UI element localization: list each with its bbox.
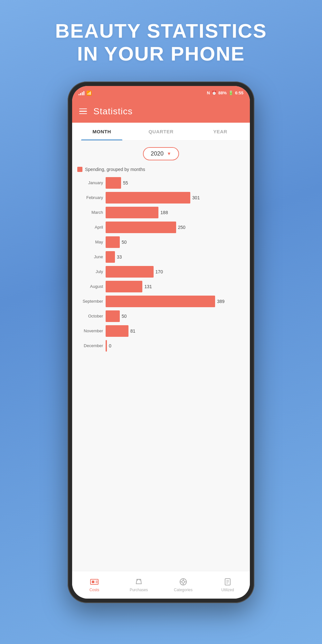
legend-label: Spending, grouped by months: [85, 167, 145, 172]
month-label: February: [77, 195, 103, 200]
nav-utilized-label: Utilized: [221, 588, 234, 592]
bottom-nav: Costs Purchases Categories: [72, 571, 250, 599]
tab-quarter[interactable]: QUARTER: [131, 123, 191, 140]
wifi-icon: 📶: [86, 90, 92, 96]
year-selector[interactable]: 2020 ▼: [143, 147, 179, 160]
svg-rect-1: [92, 581, 94, 583]
bar: [106, 177, 121, 189]
bar: [106, 207, 158, 218]
bar: [106, 251, 115, 263]
chart-row: April250: [77, 222, 245, 233]
nfc-icon: N: [207, 90, 210, 95]
chevron-down-icon: ▼: [167, 151, 171, 156]
bar-value: 50: [122, 240, 127, 245]
hero-title: BEAUTY STATISTICS IN YOUR PHONE: [55, 19, 267, 65]
month-label: June: [77, 254, 103, 259]
chart-row: July170: [77, 266, 245, 278]
legend-color-swatch: [77, 167, 82, 172]
chart-row: December0: [77, 340, 245, 352]
chart-row: March188: [77, 207, 245, 218]
bar: [106, 310, 120, 322]
app-header: Statistics: [72, 100, 250, 123]
month-label: April: [77, 225, 103, 230]
month-label: January: [77, 180, 103, 185]
bar-value: 55: [123, 180, 128, 185]
bar-value: 301: [192, 195, 200, 200]
chart-legend: Spending, grouped by months: [77, 167, 245, 172]
bar: [106, 325, 128, 337]
phone-shell: 📶 N ⏰ 88% 🔋 6:55 Statistics MONTH QUART: [68, 81, 254, 603]
bar-value: 188: [160, 210, 168, 215]
tab-month[interactable]: MONTH: [72, 123, 131, 140]
year-button[interactable]: 2020 ▼: [143, 147, 179, 160]
phone-screen: 📶 N ⏰ 88% 🔋 6:55 Statistics MONTH QUART: [72, 86, 250, 599]
chart-row: August131: [77, 281, 245, 292]
bar-value: 50: [122, 314, 127, 319]
status-left: 📶: [79, 90, 92, 96]
bar-wrapper: 250: [106, 222, 245, 233]
bar: [106, 281, 142, 292]
costs-icon: [90, 577, 99, 586]
month-label: May: [77, 240, 103, 244]
month-label: July: [77, 269, 103, 274]
signal-icon: [79, 91, 84, 95]
nav-utilized[interactable]: Utilized: [205, 577, 250, 592]
bar-value: 81: [130, 328, 136, 334]
utilized-icon: [223, 577, 232, 586]
chart-rows: January55February301March188April250May5…: [77, 177, 245, 352]
month-label: August: [77, 284, 103, 289]
tabs-bar: MONTH QUARTER YEAR: [72, 123, 250, 141]
tab-year[interactable]: YEAR: [191, 123, 250, 140]
chart-row: June33: [77, 251, 245, 263]
bar: [106, 296, 215, 307]
bar-value: 33: [117, 254, 122, 260]
bar-wrapper: 0: [106, 340, 245, 352]
bar: [106, 340, 107, 352]
nav-categories[interactable]: Categories: [161, 577, 205, 592]
nav-categories-label: Categories: [174, 588, 193, 592]
bar-wrapper: 131: [106, 281, 245, 292]
month-label: March: [77, 210, 103, 215]
bar-wrapper: 50: [106, 236, 245, 248]
bar-value: 389: [217, 299, 224, 304]
svg-point-6: [182, 581, 185, 583]
bar-value: 250: [178, 225, 185, 230]
bar-wrapper: 389: [106, 296, 245, 307]
nav-costs[interactable]: Costs: [72, 577, 117, 592]
status-right: N ⏰ 88% 🔋 6:55: [207, 90, 243, 95]
app-title: Statistics: [93, 106, 133, 117]
bar-wrapper: 188: [106, 207, 245, 218]
nav-purchases[interactable]: Purchases: [117, 577, 161, 592]
bar-wrapper: 33: [106, 251, 245, 263]
bar: [106, 236, 120, 248]
month-label: December: [77, 343, 103, 348]
categories-icon: [179, 577, 188, 586]
bar-wrapper: 55: [106, 177, 245, 189]
bar-wrapper: 50: [106, 310, 245, 322]
month-label: September: [77, 299, 103, 304]
chart-row: November81: [77, 325, 245, 337]
year-value: 2020: [151, 150, 164, 157]
chart-row: September389: [77, 296, 245, 307]
content-area: 2020 ▼ Spending, grouped by months Janua…: [72, 141, 250, 571]
bar: [106, 192, 190, 204]
chart-row: May50: [77, 236, 245, 248]
bar-value: 131: [144, 284, 152, 289]
battery-icon: 🔋: [228, 90, 233, 95]
battery-percent: 88%: [218, 90, 227, 95]
bar-wrapper: 81: [106, 325, 245, 337]
chart-container: Spending, grouped by months January55Feb…: [72, 167, 250, 360]
nav-costs-label: Costs: [90, 588, 99, 592]
bar-value: 170: [156, 269, 163, 274]
bar: [106, 266, 154, 278]
month-label: November: [77, 328, 103, 333]
month-label: October: [77, 314, 103, 318]
bar-wrapper: 301: [106, 192, 245, 204]
alarm-icon: ⏰: [212, 90, 217, 95]
nav-purchases-label: Purchases: [130, 588, 148, 592]
hamburger-menu[interactable]: [79, 109, 87, 114]
bar-wrapper: 170: [106, 266, 245, 278]
chart-row: January55: [77, 177, 245, 189]
status-bar: 📶 N ⏰ 88% 🔋 6:55: [72, 86, 250, 100]
bar: [106, 222, 176, 233]
